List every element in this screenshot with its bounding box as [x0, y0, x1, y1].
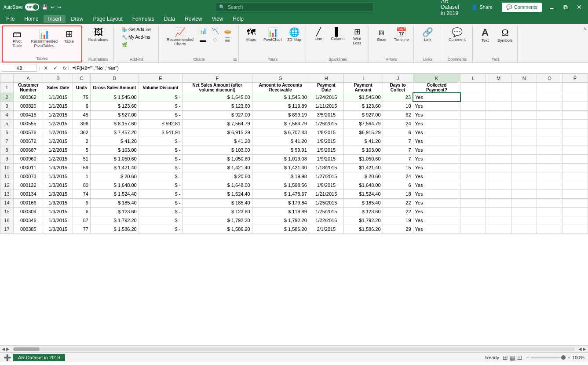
row-num-13[interactable]: 13 — [0, 190, 14, 198]
menu-file[interactable]: File — [2, 15, 19, 23]
cell-14-extra-12[interactable] — [486, 198, 511, 207]
cell-5-G[interactable]: $ 7,564.79 — [252, 119, 309, 128]
close-button[interactable]: ✕ — [574, 3, 584, 11]
search-box[interactable]: 🔍 — [215, 2, 373, 12]
cell-16-B[interactable]: 1/3/2015 — [43, 216, 73, 225]
cell-2-extra-11[interactable] — [460, 93, 486, 102]
text-button[interactable]: A Text — [476, 26, 494, 44]
cell-9-G[interactable]: $ 1,019.08 — [252, 154, 309, 163]
cell-5-F[interactable]: $ 7,564.79 — [183, 119, 252, 128]
cell-3-extra-11[interactable] — [460, 102, 486, 110]
cell-9-F[interactable]: $ 1,050.60 — [183, 154, 252, 163]
cell-16-G[interactable]: $ 1,792.20 — [252, 216, 309, 225]
cell-14-C[interactable]: 9 — [73, 198, 91, 207]
cell-14-extra-13[interactable] — [511, 198, 537, 207]
cell-2-B[interactable]: 1/1/2015 — [43, 93, 73, 102]
cell-12-F[interactable]: $ 1,648.00 — [183, 181, 252, 190]
cell-14-H[interactable]: 1/25/2015 — [309, 198, 343, 207]
pie-chart-button[interactable]: 🥧 — [222, 26, 233, 35]
menu-formulas[interactable]: Formulas — [128, 15, 159, 23]
row-num-2[interactable]: 2 — [0, 93, 14, 102]
cell-7-C[interactable]: 2 — [73, 137, 91, 146]
cell-6-J[interactable]: 6 — [383, 128, 413, 137]
cell-4-J[interactable]: 62 — [383, 110, 413, 119]
cell-2-extra-12[interactable] — [486, 93, 511, 102]
cell-17-extra-13[interactable] — [511, 225, 537, 234]
col-header-A[interactable]: A — [14, 74, 43, 83]
comment-button[interactable]: 💬 Comment — [447, 26, 467, 43]
cell-10-A[interactable]: 000011 — [14, 163, 43, 172]
scroll-right-arrow[interactable]: ▶ — [6, 347, 10, 351]
cell-7-J[interactable]: 7 — [383, 137, 413, 146]
cell-2-extra-14[interactable] — [537, 93, 562, 102]
col-header-P[interactable]: P — [562, 74, 588, 83]
cell-8-extra-13[interactable] — [511, 146, 537, 154]
cell-5-extra-15[interactable] — [562, 119, 588, 128]
cell-3-extra-14[interactable] — [537, 102, 562, 110]
cell-11-C[interactable]: 1 — [73, 172, 91, 181]
symbols-button[interactable]: Ω Symbols — [496, 26, 515, 44]
row-num-14[interactable]: 14 — [0, 198, 14, 207]
cell-8-B[interactable]: 1/2/2015 — [43, 146, 73, 154]
zoom-out-button[interactable]: − — [526, 355, 529, 360]
table-button[interactable]: ⊞ Table — [60, 28, 78, 45]
cell-14-extra-14[interactable] — [537, 198, 562, 207]
cell-7-extra-11[interactable] — [460, 137, 486, 146]
formula-fx-button[interactable]: fx — [61, 66, 69, 71]
recommended-charts-button[interactable]: 📈 RecommendedCharts — [165, 26, 195, 47]
cell-12-extra-13[interactable] — [511, 181, 537, 190]
cell-16-F[interactable]: $ 1,792.20 — [183, 216, 252, 225]
cell-2-C[interactable]: 75 — [73, 93, 91, 102]
cell-14-D[interactable]: $ 185.40 — [90, 198, 139, 207]
col-header-K[interactable]: K — [413, 74, 460, 83]
cell-15-H[interactable]: 1/25/2015 — [309, 207, 343, 216]
col-header-B[interactable]: B — [43, 74, 73, 83]
cell-17-F[interactable]: $ 1,586.20 — [183, 225, 252, 234]
cell-15-extra-15[interactable] — [562, 207, 588, 216]
cell-5-K[interactable]: Yes — [413, 119, 460, 128]
cell-7-extra-12[interactable] — [486, 137, 511, 146]
cell-12-C[interactable]: 80 — [73, 181, 91, 190]
cell-11-G[interactable]: $ 19.98 — [252, 172, 309, 181]
cell-2-H[interactable]: 1/24/2015 — [309, 93, 343, 102]
cell-6-I[interactable]: $6,915.29 — [343, 128, 383, 137]
cell-2-D[interactable]: $ 1,545.00 — [90, 93, 139, 102]
cell-17-I[interactable]: $1,586.20 — [343, 225, 383, 234]
row-num-15[interactable]: 15 — [0, 207, 14, 216]
cell-16-I[interactable]: $1,792.20 — [343, 216, 383, 225]
cell-17-K[interactable]: Yes — [413, 225, 460, 234]
row-num-9[interactable]: 9 — [0, 154, 14, 163]
cell-15-B[interactable]: 1/3/2015 — [43, 207, 73, 216]
cell-9-K[interactable]: Yes — [413, 154, 460, 163]
cell-10-I[interactable]: $1,421.40 — [343, 163, 383, 172]
cell-14-F[interactable]: $ 185.40 — [183, 198, 252, 207]
share-button[interactable]: 👤 Share — [466, 3, 497, 12]
cell-10-C[interactable]: 69 — [73, 163, 91, 172]
cell-15-C[interactable]: 6 — [73, 207, 91, 216]
cell-16-C[interactable]: 87 — [73, 216, 91, 225]
cell-6-B[interactable]: 1/2/2015 — [43, 128, 73, 137]
cell-11-H[interactable]: 1/27/2015 — [309, 172, 343, 181]
cell-11-extra-15[interactable] — [562, 172, 588, 181]
cell-6-A[interactable]: 000576 — [14, 128, 43, 137]
undo-icon[interactable]: ↩ — [51, 4, 55, 10]
cell-15-I[interactable]: $ 123.60 — [343, 207, 383, 216]
cell-6-G[interactable]: $ 6,707.83 — [252, 128, 309, 137]
cell-7-E[interactable]: $ - — [139, 137, 183, 146]
col-header-F[interactable]: F — [183, 74, 252, 83]
cell-12-K[interactable]: Yes — [413, 181, 460, 190]
sheet-tab-ar[interactable]: AR Dataset in 2019 — [13, 354, 65, 361]
cell-12-B[interactable]: 1/3/2015 — [43, 181, 73, 190]
cell-9-I[interactable]: $1,050.60 — [343, 154, 383, 163]
cell-10-extra-14[interactable] — [537, 163, 562, 172]
horizontal-scroll-thumb[interactable] — [13, 347, 40, 351]
zoom-handle[interactable] — [561, 355, 566, 360]
menu-pagelayout[interactable]: Page Layout — [88, 15, 127, 23]
zoom-in-button[interactable]: + — [567, 355, 570, 360]
cell-11-D[interactable]: $ 20.60 — [90, 172, 139, 181]
cell-7-H[interactable]: 1/9/2015 — [309, 137, 343, 146]
cell-15-extra-11[interactable] — [460, 207, 486, 216]
cell-10-extra-13[interactable] — [511, 163, 537, 172]
cell-14-K[interactable]: Yes — [413, 198, 460, 207]
cell-8-I[interactable]: $ 103.00 — [343, 146, 383, 154]
